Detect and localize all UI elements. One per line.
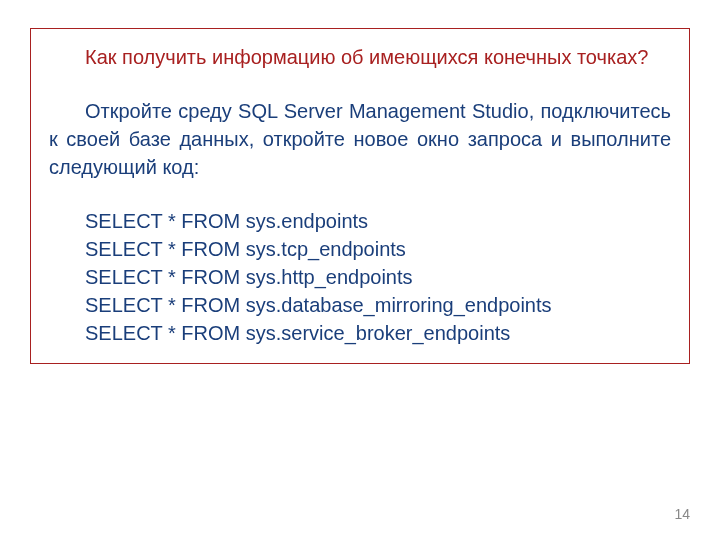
question-text: Как получить информацию об имеющихся кон… — [49, 43, 671, 71]
code-line: SELECT * FROM sys.http_endpoints — [85, 263, 671, 291]
instruction-text: Откройте среду SQL Server Management Stu… — [49, 97, 671, 181]
page-number: 14 — [674, 506, 690, 522]
code-line: SELECT * FROM sys.service_broker_endpoin… — [85, 319, 671, 347]
code-line: SELECT * FROM sys.tcp_endpoints — [85, 235, 671, 263]
content-box: Как получить информацию об имеющихся кон… — [30, 28, 690, 364]
code-line: SELECT * FROM sys.database_mirroring_end… — [85, 291, 671, 319]
code-line: SELECT * FROM sys.endpoints — [85, 207, 671, 235]
code-block: SELECT * FROM sys.endpoints SELECT * FRO… — [49, 207, 671, 347]
